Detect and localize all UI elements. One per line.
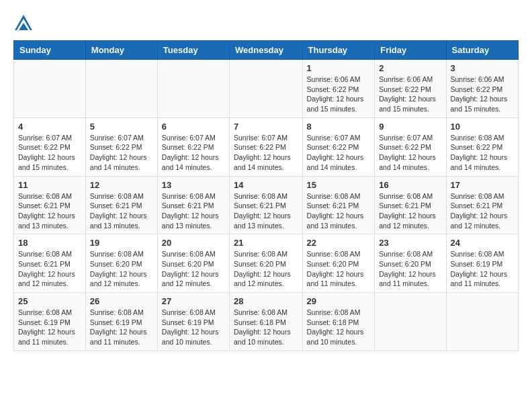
calendar-week-row: 25Sunrise: 6:08 AM Sunset: 6:19 PM Dayli…: [14, 293, 519, 351]
calendar-cell: 28Sunrise: 6:08 AM Sunset: 6:18 PM Dayli…: [230, 293, 303, 351]
day-number: 20: [162, 238, 225, 248]
day-number: 26: [90, 296, 153, 306]
calendar-table: SundayMondayTuesdayWednesdayThursdayFrid…: [13, 40, 519, 351]
calendar-cell: 20Sunrise: 6:08 AM Sunset: 6:20 PM Dayli…: [157, 234, 229, 293]
day-info: Sunrise: 6:07 AM Sunset: 6:22 PM Dayligh…: [162, 133, 225, 173]
calendar-cell: 11Sunrise: 6:08 AM Sunset: 6:21 PM Dayli…: [14, 176, 86, 234]
calendar-week-row: 4Sunrise: 6:07 AM Sunset: 6:22 PM Daylig…: [14, 118, 519, 176]
day-number: 2: [379, 63, 441, 73]
day-number: 23: [379, 238, 441, 248]
calendar-cell: 7Sunrise: 6:07 AM Sunset: 6:22 PM Daylig…: [230, 118, 303, 176]
column-header-wednesday: Wednesday: [230, 41, 303, 60]
page-header: [13, 13, 519, 34]
day-info: Sunrise: 6:08 AM Sunset: 6:22 PM Dayligh…: [451, 133, 514, 173]
day-number: 21: [234, 238, 298, 248]
day-number: 24: [451, 238, 514, 248]
day-number: 11: [18, 180, 81, 190]
day-info: Sunrise: 6:06 AM Sunset: 6:22 PM Dayligh…: [379, 75, 441, 114]
day-info: Sunrise: 6:07 AM Sunset: 6:22 PM Dayligh…: [90, 133, 153, 173]
day-number: 8: [307, 122, 371, 132]
day-info: Sunrise: 6:07 AM Sunset: 6:22 PM Dayligh…: [234, 133, 298, 173]
day-number: 12: [90, 180, 153, 190]
calendar-cell: 26Sunrise: 6:08 AM Sunset: 6:19 PM Dayli…: [85, 293, 157, 351]
logo: [13, 13, 36, 34]
day-number: 16: [379, 180, 441, 190]
calendar-header-row: SundayMondayTuesdayWednesdayThursdayFrid…: [14, 41, 519, 60]
day-info: Sunrise: 6:08 AM Sunset: 6:20 PM Dayligh…: [234, 249, 298, 289]
calendar-week-row: 11Sunrise: 6:08 AM Sunset: 6:21 PM Dayli…: [14, 176, 519, 234]
calendar-cell: 23Sunrise: 6:08 AM Sunset: 6:20 PM Dayli…: [375, 234, 446, 293]
calendar-cell: 1Sunrise: 6:06 AM Sunset: 6:22 PM Daylig…: [302, 60, 375, 118]
day-info: Sunrise: 6:06 AM Sunset: 6:22 PM Dayligh…: [307, 75, 371, 114]
calendar-cell: 8Sunrise: 6:07 AM Sunset: 6:22 PM Daylig…: [302, 118, 375, 176]
calendar-cell: [230, 60, 303, 118]
calendar-cell: [375, 293, 446, 351]
day-number: 25: [18, 296, 81, 306]
day-info: Sunrise: 6:08 AM Sunset: 6:21 PM Dayligh…: [451, 191, 514, 231]
calendar-cell: [85, 60, 157, 118]
column-header-saturday: Saturday: [446, 41, 518, 60]
day-number: 17: [451, 180, 514, 190]
day-number: 13: [162, 180, 225, 190]
column-header-friday: Friday: [375, 41, 446, 60]
calendar-cell: 18Sunrise: 6:08 AM Sunset: 6:21 PM Dayli…: [14, 234, 86, 293]
column-header-tuesday: Tuesday: [157, 41, 229, 60]
day-number: 4: [18, 122, 81, 132]
column-header-sunday: Sunday: [14, 41, 86, 60]
day-number: 1: [307, 63, 371, 73]
column-header-monday: Monday: [85, 41, 157, 60]
calendar-cell: 16Sunrise: 6:08 AM Sunset: 6:21 PM Dayli…: [375, 176, 446, 234]
calendar-cell: 3Sunrise: 6:06 AM Sunset: 6:22 PM Daylig…: [446, 60, 518, 118]
day-number: 28: [234, 296, 298, 306]
day-info: Sunrise: 6:08 AM Sunset: 6:20 PM Dayligh…: [90, 249, 153, 289]
calendar-cell: [14, 60, 86, 118]
calendar-cell: 21Sunrise: 6:08 AM Sunset: 6:20 PM Dayli…: [230, 234, 303, 293]
day-info: Sunrise: 6:07 AM Sunset: 6:22 PM Dayligh…: [379, 133, 441, 173]
day-info: Sunrise: 6:07 AM Sunset: 6:22 PM Dayligh…: [307, 133, 371, 173]
day-info: Sunrise: 6:08 AM Sunset: 6:20 PM Dayligh…: [379, 249, 441, 289]
day-info: Sunrise: 6:08 AM Sunset: 6:19 PM Dayligh…: [90, 308, 153, 347]
calendar-cell: 15Sunrise: 6:08 AM Sunset: 6:21 PM Dayli…: [302, 176, 375, 234]
day-number: 19: [90, 238, 153, 248]
calendar-cell: 4Sunrise: 6:07 AM Sunset: 6:22 PM Daylig…: [14, 118, 86, 176]
calendar-cell: 9Sunrise: 6:07 AM Sunset: 6:22 PM Daylig…: [375, 118, 446, 176]
day-info: Sunrise: 6:08 AM Sunset: 6:21 PM Dayligh…: [18, 249, 81, 289]
day-number: 10: [451, 122, 514, 132]
day-info: Sunrise: 6:08 AM Sunset: 6:21 PM Dayligh…: [234, 191, 298, 231]
calendar-cell: 12Sunrise: 6:08 AM Sunset: 6:21 PM Dayli…: [85, 176, 157, 234]
calendar-cell: 25Sunrise: 6:08 AM Sunset: 6:19 PM Dayli…: [14, 293, 86, 351]
day-number: 22: [307, 238, 371, 248]
calendar-cell: 19Sunrise: 6:08 AM Sunset: 6:20 PM Dayli…: [85, 234, 157, 293]
calendar-cell: 2Sunrise: 6:06 AM Sunset: 6:22 PM Daylig…: [375, 60, 446, 118]
day-number: 7: [234, 122, 298, 132]
day-info: Sunrise: 6:08 AM Sunset: 6:20 PM Dayligh…: [162, 249, 225, 289]
calendar-cell: [157, 60, 229, 118]
calendar-cell: 29Sunrise: 6:08 AM Sunset: 6:18 PM Dayli…: [302, 293, 375, 351]
day-info: Sunrise: 6:07 AM Sunset: 6:22 PM Dayligh…: [18, 133, 81, 173]
day-number: 9: [379, 122, 441, 132]
calendar-cell: 5Sunrise: 6:07 AM Sunset: 6:22 PM Daylig…: [85, 118, 157, 176]
day-info: Sunrise: 6:08 AM Sunset: 6:18 PM Dayligh…: [307, 308, 371, 347]
calendar-cell: [446, 293, 518, 351]
day-info: Sunrise: 6:06 AM Sunset: 6:22 PM Dayligh…: [451, 75, 514, 114]
calendar-cell: 27Sunrise: 6:08 AM Sunset: 6:19 PM Dayli…: [157, 293, 229, 351]
day-info: Sunrise: 6:08 AM Sunset: 6:20 PM Dayligh…: [307, 249, 371, 289]
calendar-cell: 6Sunrise: 6:07 AM Sunset: 6:22 PM Daylig…: [157, 118, 229, 176]
day-number: 29: [307, 296, 371, 306]
calendar-cell: 14Sunrise: 6:08 AM Sunset: 6:21 PM Dayli…: [230, 176, 303, 234]
day-info: Sunrise: 6:08 AM Sunset: 6:21 PM Dayligh…: [18, 191, 81, 231]
day-info: Sunrise: 6:08 AM Sunset: 6:21 PM Dayligh…: [379, 191, 441, 231]
day-info: Sunrise: 6:08 AM Sunset: 6:18 PM Dayligh…: [234, 308, 298, 347]
calendar-cell: 17Sunrise: 6:08 AM Sunset: 6:21 PM Dayli…: [446, 176, 518, 234]
day-number: 3: [451, 63, 514, 73]
day-number: 5: [90, 122, 153, 132]
day-number: 15: [307, 180, 371, 190]
calendar-cell: 24Sunrise: 6:08 AM Sunset: 6:19 PM Dayli…: [446, 234, 518, 293]
day-info: Sunrise: 6:08 AM Sunset: 6:19 PM Dayligh…: [162, 308, 225, 347]
logo-icon: [13, 13, 34, 34]
day-info: Sunrise: 6:08 AM Sunset: 6:19 PM Dayligh…: [451, 249, 514, 289]
day-number: 14: [234, 180, 298, 190]
day-number: 18: [18, 238, 81, 248]
day-number: 27: [162, 296, 225, 306]
day-info: Sunrise: 6:08 AM Sunset: 6:21 PM Dayligh…: [307, 191, 371, 231]
